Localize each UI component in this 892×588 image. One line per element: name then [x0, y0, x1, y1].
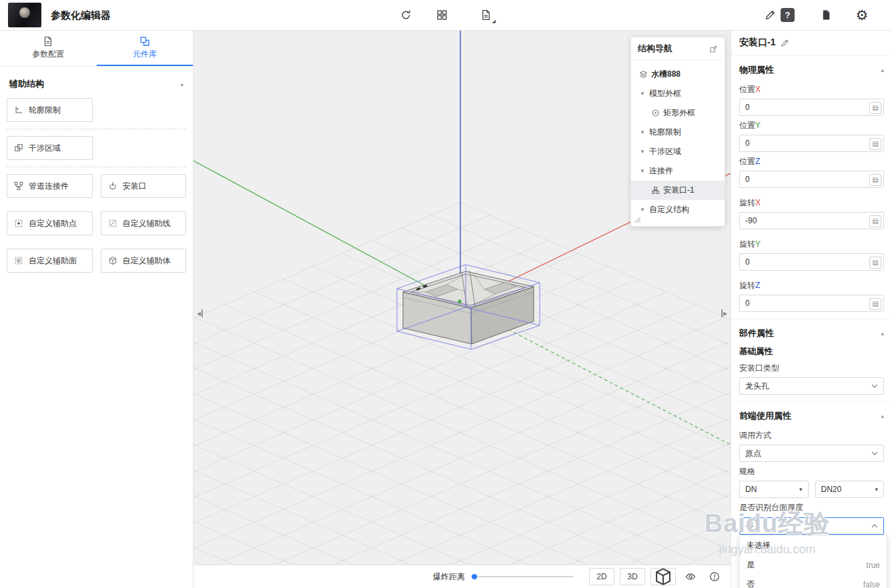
contour-limit-button[interactable]: 轮廓限制 — [7, 98, 93, 122]
custom-aux-line-button[interactable]: 自定义辅助线 — [101, 211, 187, 235]
collapse-icon: ▴ — [180, 81, 183, 87]
explode-distance-label: 爆炸距离 — [433, 571, 465, 583]
position-y-input[interactable] — [739, 135, 884, 152]
rotation-x-input[interactable] — [739, 212, 884, 229]
custom-aux-face-button[interactable]: 自定义辅助面 — [7, 249, 93, 273]
custom-aux-body-button[interactable]: 自定义辅助体 — [101, 249, 187, 273]
eye-icon — [685, 571, 696, 582]
tab-component-library[interactable]: 元件库 — [97, 30, 193, 66]
sync-icon[interactable] — [395, 0, 416, 30]
tree-item-model-frame[interactable]: ▼ 模型外框 — [631, 84, 725, 103]
call-method-field: 调用方式 原点 — [739, 430, 884, 462]
tree-item-interference[interactable]: ▼ 干涉区域 — [631, 142, 725, 161]
settings-gear-icon[interactable]: ⚙ — [851, 0, 873, 30]
spec-size-select[interactable]: DN20 ▾ — [815, 481, 885, 498]
position-x-input[interactable] — [739, 99, 884, 116]
slider-thumb[interactable] — [472, 574, 477, 579]
document-icon[interactable] — [815, 0, 837, 30]
install-port-icon — [108, 181, 117, 191]
info-button[interactable] — [705, 569, 724, 585]
dropdown-option-no[interactable]: 否 false — [740, 575, 887, 588]
interference-icon — [14, 143, 23, 153]
tree-item-contour-limit[interactable]: ▼ 轮廓限制 — [631, 123, 725, 142]
sidebar-tabs: 参数配置 元件库 — [0, 30, 193, 67]
spec-dn-select[interactable]: DN ▾ — [739, 481, 809, 498]
tree-item-connector[interactable]: ▼ 连接件 — [631, 161, 725, 181]
part-props-header[interactable]: 部件属性 ▴ — [731, 319, 892, 343]
expand-caret-icon[interactable]: ▼ — [639, 149, 646, 155]
edit-pencil-icon[interactable] — [759, 0, 781, 30]
tree-item-sink[interactable]: 水槽888 — [631, 65, 725, 84]
expand-caret-icon[interactable]: ▼ — [639, 129, 646, 135]
call-method-select[interactable]: 原点 — [739, 445, 884, 462]
view-2d-button[interactable]: 2D — [589, 568, 614, 585]
axis-y-line — [193, 161, 460, 305]
pipe-connector-icon — [14, 181, 23, 191]
rotation-y-input[interactable] — [739, 253, 884, 271]
port-type-field: 安装口类型 龙头孔 — [739, 363, 884, 395]
help-button[interactable]: ? — [781, 8, 795, 22]
position-z-input[interactable] — [739, 171, 884, 188]
collapse-right-panel-handle[interactable]: ▶ — [719, 305, 729, 322]
spec-field: 规格 DN ▾ DN20 ▾ — [739, 466, 884, 498]
expand-caret-icon[interactable]: ▼ — [639, 91, 646, 97]
connector-icon — [651, 186, 660, 195]
grid-apps-icon[interactable] — [431, 0, 452, 30]
rename-pencil-icon[interactable] — [781, 39, 789, 47]
divider — [7, 167, 186, 167]
open-external-icon[interactable] — [709, 45, 718, 53]
contour-icon — [14, 105, 23, 115]
port-type-select[interactable]: 龙头孔 — [739, 377, 884, 395]
collapse-icon: ▴ — [881, 413, 884, 419]
expand-caret-icon[interactable]: ▼ — [639, 207, 646, 213]
install-port-button[interactable]: 安装口 — [101, 174, 187, 198]
formula-icon[interactable]: ▤ — [869, 257, 881, 269]
collapse-icon: ▴ — [881, 67, 884, 73]
explode-distance-slider[interactable] — [473, 576, 573, 577]
aux-line-icon — [108, 219, 117, 228]
formula-icon[interactable]: ▤ — [869, 298, 881, 310]
aux-structure-header[interactable]: 辅助结构 ▴ — [0, 67, 193, 98]
dropdown-option-unselected[interactable]: 未选择 — [740, 536, 887, 555]
position-y-field: 位置Y ▤ — [739, 120, 884, 152]
formula-icon[interactable]: ▤ — [869, 138, 881, 150]
visibility-button[interactable] — [681, 569, 700, 585]
custom-aux-point-button[interactable]: 自定义辅助点 — [7, 211, 93, 235]
layers-icon — [639, 70, 648, 79]
frontend-props-header[interactable]: 前端使用属性 ▴ — [731, 401, 892, 426]
tree-item-rect-frame[interactable]: 矩形外框 — [631, 103, 725, 123]
export-doc-icon[interactable]: ◢ — [475, 0, 496, 30]
caret-icon: ◢ — [492, 19, 496, 23]
resize-handle-icon[interactable] — [634, 216, 642, 224]
hexagon-icon — [651, 109, 660, 117]
basic-props-header: 基础属性 — [731, 343, 892, 359]
formula-icon[interactable]: ▤ — [869, 102, 881, 114]
tab-parameter-config[interactable]: 参数配置 — [0, 30, 97, 66]
pipe-connector-button[interactable]: 管道连接件 — [7, 174, 93, 198]
formula-icon[interactable]: ▤ — [869, 215, 881, 227]
doc-icon — [43, 36, 53, 47]
formula-icon[interactable]: ▤ — [869, 174, 881, 186]
rotation-z-input[interactable] — [739, 295, 884, 312]
view-3d-button[interactable]: 3D — [620, 568, 645, 585]
expand-caret-icon[interactable]: ▼ — [639, 168, 646, 174]
collapse-icon: ▴ — [881, 330, 884, 337]
properties-panel: 安装口-1 物理属性 ▴ 位置X ▤ 位置Y ▤ 位置Z ▤ 旋转X ▤ 旋转Y… — [731, 30, 892, 588]
app-logo — [8, 3, 41, 27]
left-sidebar: 参数配置 元件库 辅助结构 ▴ 轮廓限制 干涉区域 管道连接件 安装口 — [0, 30, 193, 588]
thickness-field: 是否识别台面厚度 — [739, 502, 884, 513]
tree-item-custom-structure[interactable]: ▼ 自定义结构 — [631, 200, 725, 219]
thickness-select[interactable]: 否 — [739, 517, 884, 535]
collapse-left-panel-handle[interactable]: ◀ — [195, 305, 205, 322]
origin-anchor-dot — [458, 299, 461, 303]
aux-point-icon — [14, 219, 23, 228]
interference-area-button[interactable]: 干涉区域 — [7, 136, 93, 160]
chevron-up-icon — [871, 524, 878, 528]
chevron-down-icon — [871, 451, 878, 455]
physical-props-header[interactable]: 物理属性 ▴ — [731, 56, 892, 80]
cube-view-button[interactable] — [650, 568, 676, 585]
position-z-field: 位置Z ▤ — [739, 156, 884, 188]
structure-nav-panel: 结构导航 水槽888 ▼ 模型外框 矩形外框 ▼ 轮廓限制 ▼ 干涉区域 ▼ 连… — [630, 37, 725, 227]
dropdown-option-yes[interactable]: 是 true — [740, 555, 887, 575]
tree-item-install-port-1[interactable]: 安装口-1 — [631, 181, 725, 200]
